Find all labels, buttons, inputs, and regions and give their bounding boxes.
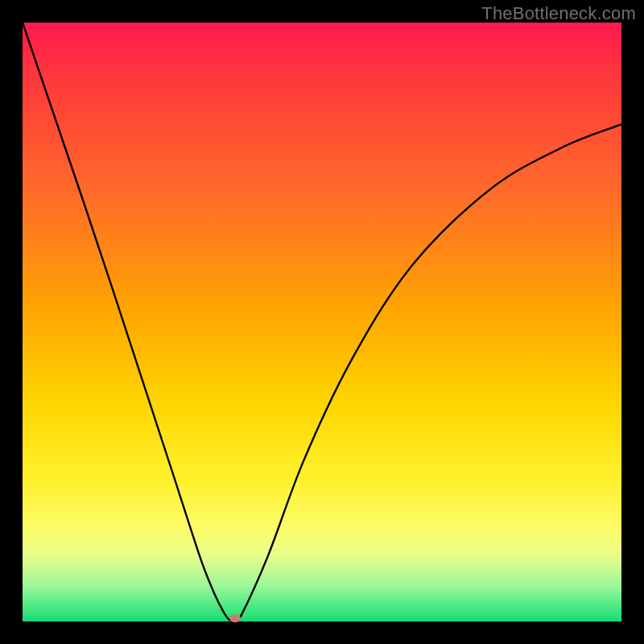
chart-plot-area [23,23,621,621]
watermark-text: TheBottleneck.com [481,3,636,24]
minimum-marker [229,614,241,622]
bottleneck-curve-svg [23,23,621,621]
bottleneck-curve-path [23,23,621,621]
